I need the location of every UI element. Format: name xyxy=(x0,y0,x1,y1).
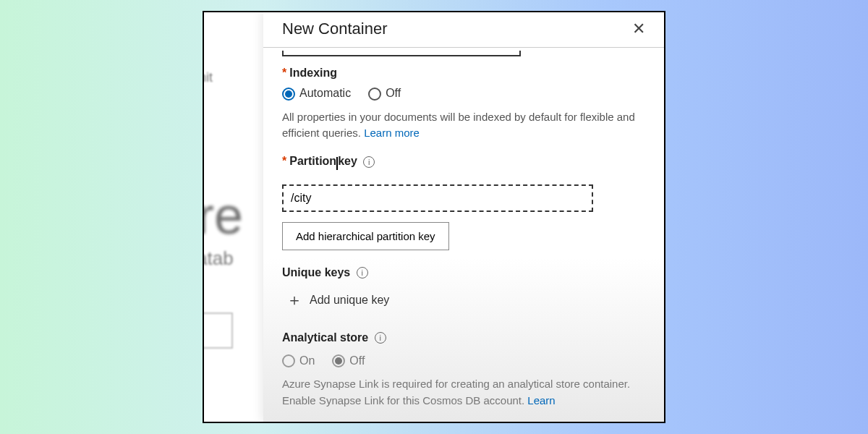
analytical-radio-group: On Off xyxy=(282,354,645,368)
radio-icon xyxy=(282,88,295,101)
plus-icon: ＋ xyxy=(286,289,302,311)
bg-text-re: re xyxy=(203,186,243,245)
panel-body: *Indexing Automatic Off All properties i… xyxy=(263,48,664,409)
add-hierarchical-partition-key-button[interactable]: Add hierarchical partition key xyxy=(282,222,449,250)
unique-keys-label: Unique keys i xyxy=(282,266,645,279)
info-icon[interactable]: i xyxy=(363,156,375,168)
analytical-help: Azure Synapse Link is required for creat… xyxy=(282,376,645,409)
partition-key-label: *Partitionkey i xyxy=(282,155,645,169)
panel-title: New Container xyxy=(282,20,388,38)
truncated-input[interactable] xyxy=(282,51,521,56)
text-cursor-icon xyxy=(336,157,338,170)
bg-box xyxy=(203,312,233,349)
indexing-radio-automatic[interactable]: Automatic xyxy=(282,87,351,101)
indexing-help: All properties in your documents will be… xyxy=(282,109,645,142)
analytical-learn-more-link[interactable]: Learn xyxy=(527,394,555,407)
radio-icon xyxy=(368,88,381,101)
analytical-radio-on[interactable]: On xyxy=(282,354,315,368)
radio-icon xyxy=(332,354,345,367)
indexing-radio-off[interactable]: Off xyxy=(368,87,401,101)
info-icon[interactable]: i xyxy=(357,267,368,278)
bg-text-atab: atab xyxy=(203,247,234,270)
analytical-store-label: Analytical store i xyxy=(282,331,645,344)
indexing-radio-group: Automatic Off xyxy=(282,87,645,101)
partition-key-input[interactable] xyxy=(282,184,593,212)
indexing-label: *Indexing xyxy=(282,67,645,80)
radio-icon xyxy=(282,354,295,367)
required-star-icon: * xyxy=(282,155,286,167)
required-star-icon: * xyxy=(282,67,286,79)
add-unique-key-button[interactable]: ＋ Add unique key xyxy=(282,289,645,311)
close-icon[interactable]: ✕ xyxy=(632,20,645,38)
new-container-panel: New Container ✕ *Indexing Automatic Off … xyxy=(263,12,664,422)
indexing-learn-more-link[interactable]: Learn more xyxy=(364,127,420,139)
analytical-radio-off[interactable]: Off xyxy=(332,354,365,368)
app-frame: limit re atab New Container ✕ *Indexing … xyxy=(203,11,665,423)
panel-header: New Container ✕ xyxy=(263,12,664,48)
info-icon[interactable]: i xyxy=(375,332,386,344)
